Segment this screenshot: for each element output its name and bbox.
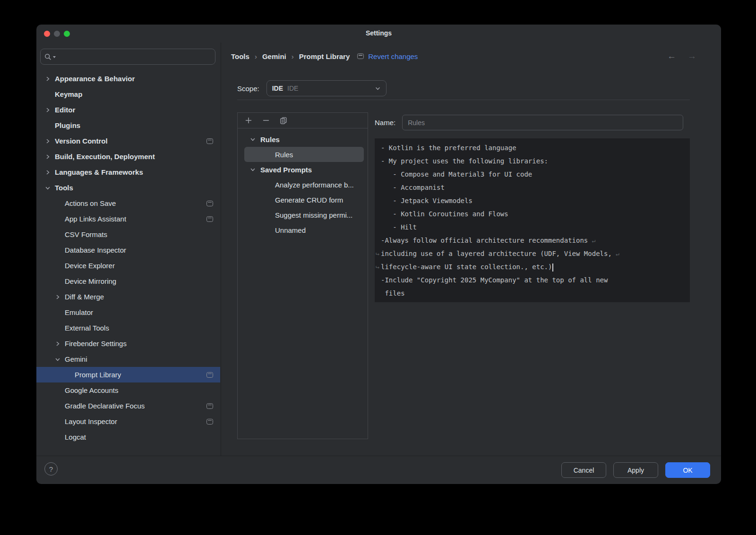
editor-line-text: - Kotlin is the preferred language bbox=[381, 144, 516, 152]
plugin-icon bbox=[357, 53, 364, 59]
prompt-item-suggest-missing-permi[interactable]: Suggest missing permi... bbox=[238, 207, 368, 222]
duplicate-button[interactable] bbox=[278, 115, 289, 126]
chevron-right-icon[interactable] bbox=[45, 107, 51, 113]
sidebar-item-label: Layout Inspector bbox=[65, 417, 117, 425]
prompt-tree: RulesRulesSaved PromptsAnalyze performan… bbox=[238, 128, 368, 238]
sidebar-item-editor[interactable]: Editor bbox=[36, 102, 220, 118]
sidebar-item-label: CSV Formats bbox=[65, 230, 107, 238]
sidebar-item-firebender-settings[interactable]: Firebender Settings bbox=[36, 336, 220, 351]
sidebar-item-prompt-library[interactable]: Prompt Library bbox=[36, 367, 220, 382]
chevron-right-icon[interactable] bbox=[45, 170, 51, 175]
breadcrumb-item-prompt-library[interactable]: Prompt Library bbox=[299, 52, 350, 60]
settings-sidebar: Appearance & BehaviorKeymapEditorPlugins… bbox=[36, 42, 221, 456]
editor-line: ↵including use of a layered architecture… bbox=[381, 247, 685, 260]
sidebar-item-label: Editor bbox=[55, 106, 75, 114]
sidebar-item-gradle-declarative-focus[interactable]: Gradle Declarative Focus bbox=[36, 398, 220, 414]
apply-button[interactable]: Apply bbox=[613, 462, 658, 478]
prompt-item-unnamed[interactable]: Unnamed bbox=[238, 222, 368, 238]
chevron-right-icon[interactable] bbox=[55, 294, 60, 300]
prompt-item-label: Suggest missing permi... bbox=[275, 211, 352, 219]
prompt-item-rules[interactable]: Rules bbox=[238, 132, 368, 147]
sidebar-item-google-accounts[interactable]: Google Accounts bbox=[36, 382, 220, 398]
sidebar-item-layout-inspector[interactable]: Layout Inspector bbox=[36, 414, 220, 429]
editor-line: -Always follow official architecture rec… bbox=[381, 234, 685, 247]
cancel-button[interactable]: Cancel bbox=[561, 462, 606, 478]
scope-label: Scope: bbox=[237, 85, 259, 93]
add-button[interactable] bbox=[243, 115, 254, 126]
chevron-down-icon[interactable] bbox=[45, 185, 51, 191]
prompt-item-analyze-performance-b[interactable]: Analyze performance b... bbox=[238, 177, 368, 192]
chevron-right-icon[interactable] bbox=[45, 154, 51, 160]
sidebar-item-diff-merge[interactable]: Diff & Merge bbox=[36, 289, 220, 305]
search-history-caret-icon[interactable] bbox=[53, 56, 56, 58]
editor-line-text: - Jetpack Viewmodels bbox=[381, 197, 472, 204]
editor-line: ↵lifecycle-aware UI state collection., e… bbox=[381, 260, 685, 273]
chevron-down-icon[interactable] bbox=[250, 167, 256, 172]
sidebar-item-label: Emulator bbox=[65, 308, 93, 316]
breadcrumb-item-gemini[interactable]: Gemini bbox=[262, 52, 286, 60]
sidebar-item-keymap[interactable]: Keymap bbox=[36, 86, 220, 102]
settings-search-box[interactable] bbox=[40, 49, 215, 65]
soft-wrap-icon: ↵ bbox=[616, 250, 619, 257]
sidebar-item-emulator[interactable]: Emulator bbox=[36, 305, 220, 320]
chevron-right-icon[interactable] bbox=[55, 341, 60, 347]
prompt-item-label: Analyze performance b... bbox=[275, 181, 354, 189]
editor-line-text: -Always follow official architecture rec… bbox=[381, 237, 592, 244]
ok-button[interactable]: OK bbox=[665, 462, 710, 478]
sidebar-item-label: App Links Assistant bbox=[65, 215, 126, 223]
sidebar-item-label: Firebender Settings bbox=[65, 340, 127, 348]
sidebar-item-build-execution-deployment[interactable]: Build, Execution, Deployment bbox=[36, 149, 220, 164]
prompt-toolbar bbox=[238, 113, 368, 128]
sidebar-item-device-explorer[interactable]: Device Explorer bbox=[36, 258, 220, 273]
editor-line: - Accompanist bbox=[381, 181, 685, 194]
sidebar-item-version-control[interactable]: Version Control bbox=[36, 133, 220, 149]
prompt-list-panel: RulesRulesSaved PromptsAnalyze performan… bbox=[237, 112, 368, 439]
forward-arrow-icon[interactable]: → bbox=[687, 51, 696, 61]
editor-line: - My project uses the following librarie… bbox=[381, 154, 685, 168]
prompt-item-saved-prompts[interactable]: Saved Prompts bbox=[238, 162, 368, 177]
revert-changes-link[interactable]: Revert changes bbox=[368, 52, 418, 60]
sidebar-item-languages-frameworks[interactable]: Languages & Frameworks bbox=[36, 164, 220, 180]
history-nav: ← → bbox=[667, 51, 713, 61]
sidebar-item-label: Diff & Merge bbox=[65, 293, 104, 301]
sidebar-item-gemini[interactable]: Gemini bbox=[36, 351, 220, 367]
chevron-right-icon[interactable] bbox=[45, 76, 51, 82]
prompt-item-label: Unnamed bbox=[275, 226, 306, 234]
sidebar-item-label: Gradle Declarative Focus bbox=[65, 402, 145, 410]
sidebar-item-external-tools[interactable]: External Tools bbox=[36, 320, 220, 336]
prompt-editor[interactable]: - Kotlin is the preferred language- My p… bbox=[375, 138, 690, 302]
name-input[interactable] bbox=[402, 115, 683, 130]
back-arrow-icon[interactable]: ← bbox=[667, 51, 676, 61]
chevron-down-icon bbox=[375, 85, 381, 92]
prompt-item-rules[interactable]: Rules bbox=[244, 147, 364, 162]
sidebar-item-app-links-assistant[interactable]: App Links Assistant bbox=[36, 211, 220, 227]
sidebar-item-csv-formats[interactable]: CSV Formats bbox=[36, 227, 220, 242]
remove-button[interactable] bbox=[260, 115, 272, 126]
sidebar-item-plugins[interactable]: Plugins bbox=[36, 118, 220, 133]
sidebar-item-actions-on-save[interactable]: Actions on Save bbox=[36, 195, 220, 211]
editor-line-text: lifecycle-aware UI state collection., et… bbox=[381, 263, 552, 271]
chevron-right-icon[interactable] bbox=[45, 138, 51, 144]
chevron-down-icon[interactable] bbox=[55, 357, 60, 362]
sidebar-item-database-inspector[interactable]: Database Inspector bbox=[36, 242, 220, 258]
scope-select[interactable]: IDE IDE bbox=[266, 80, 387, 96]
sidebar-item-appearance-behavior[interactable]: Appearance & Behavior bbox=[36, 71, 220, 86]
sidebar-item-logcat[interactable]: Logcat bbox=[36, 429, 220, 445]
editor-line: - Compose and Material3 for UI code bbox=[381, 168, 685, 181]
sidebar-item-label: Appearance & Behavior bbox=[55, 75, 135, 83]
sidebar-item-device-mirroring[interactable]: Device Mirroring bbox=[36, 273, 220, 289]
editor-line-text: files bbox=[381, 289, 405, 297]
window-title: Settings bbox=[36, 29, 721, 37]
search-input[interactable] bbox=[57, 53, 211, 60]
add-icon bbox=[245, 117, 252, 124]
sidebar-item-tools[interactable]: Tools bbox=[36, 180, 220, 195]
chevron-down-icon[interactable] bbox=[250, 136, 256, 142]
sidebar-item-label: Actions on Save bbox=[65, 199, 116, 207]
plugin-icon bbox=[206, 201, 213, 206]
help-button[interactable]: ? bbox=[44, 462, 58, 476]
breadcrumb-item-tools[interactable]: Tools bbox=[231, 52, 249, 60]
titlebar[interactable]: Settings bbox=[36, 25, 721, 42]
sidebar-item-label: Database Inspector bbox=[65, 246, 126, 254]
prompt-item-generate-crud-form[interactable]: Generate CRUD form bbox=[238, 192, 368, 207]
sidebar-item-label: Logcat bbox=[65, 433, 86, 441]
